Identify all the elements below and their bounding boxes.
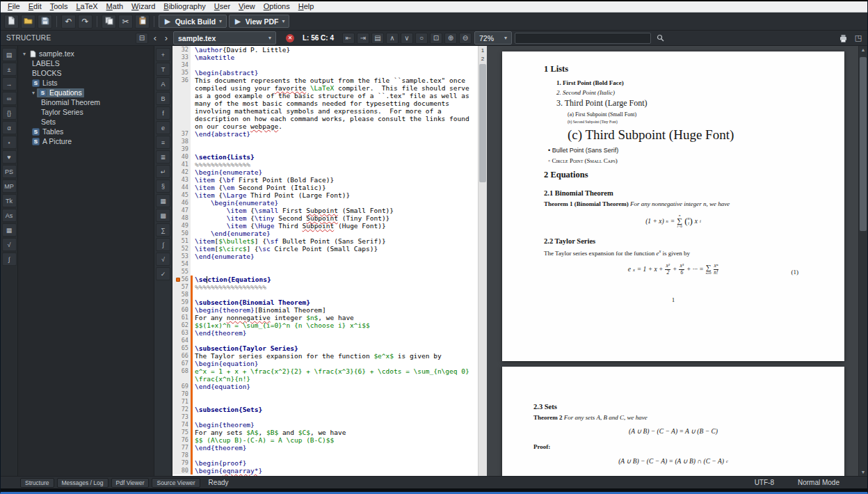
pdf-viewer[interactable]: 1 Lists 1. First Point (Bold Face)2. Sec… xyxy=(487,46,867,476)
integral2-button[interactable]: ∫ xyxy=(156,238,170,251)
line-number[interactable]: 68 xyxy=(172,367,191,375)
editor-line[interactable]: involving mathematical symbols and expre… xyxy=(172,107,478,115)
cut-button[interactable]: ✂ xyxy=(118,15,133,29)
editor-line[interactable]: 42\begin{enumerate} xyxy=(172,168,478,176)
editor-line[interactable]: 32\author{David P. Little} xyxy=(172,46,478,54)
menu-math[interactable]: Math xyxy=(102,1,127,12)
continuous-mode-button[interactable]: ▤ xyxy=(371,33,384,44)
numbered-list-button[interactable]: ≣ xyxy=(156,150,170,164)
line-number[interactable]: 44 xyxy=(172,184,191,191)
editor-line[interactable]: 73 xyxy=(172,413,478,421)
line-number[interactable]: 67 xyxy=(172,360,191,367)
sqrt-button[interactable]: √ xyxy=(156,253,170,266)
editor-line[interactable]: on our course webpage. xyxy=(172,122,478,130)
line-number[interactable]: 64 xyxy=(172,337,191,344)
asymptote-button[interactable]: As xyxy=(2,209,17,222)
menu-edit[interactable]: Edit xyxy=(24,1,46,12)
menu-options[interactable]: Options xyxy=(259,1,294,12)
line-number[interactable]: 41 xyxy=(172,161,191,168)
editor-line[interactable]: 52\item[$\circ$] {\sc Circle Point (Smal… xyxy=(172,245,478,253)
editor-line[interactable]: 38 xyxy=(172,138,478,145)
check-button[interactable]: ✓ xyxy=(156,267,170,280)
line-number[interactable]: 32 xyxy=(172,46,191,54)
text-style-button[interactable]: T xyxy=(156,63,170,76)
emph-button[interactable]: e xyxy=(156,121,170,134)
open-file-button[interactable] xyxy=(21,15,35,29)
tikz-button[interactable]: Tk xyxy=(2,194,17,207)
editor-line[interactable]: 44\item {\em Second Point (Italic)} xyxy=(172,184,478,191)
integral-button[interactable]: ∫ xyxy=(2,253,17,266)
panel-toggle-button[interactable]: ⊟ xyxy=(136,33,148,44)
line-number[interactable]: 78 xyxy=(172,452,191,459)
zoom-out-button[interactable]: ⊖ xyxy=(459,33,472,44)
editor-line[interactable]: 39 xyxy=(172,145,478,153)
undo-button[interactable]: ↶ xyxy=(61,15,76,29)
editor-line[interactable]: 77\end{theorem} xyxy=(172,444,478,452)
menu-tools[interactable]: Tools xyxy=(46,1,72,12)
line-number[interactable]: 53 xyxy=(172,253,191,260)
editor-line[interactable]: as a good example of the basic structure… xyxy=(172,92,478,99)
line-number[interactable]: 60 xyxy=(172,306,191,314)
delimiters-button[interactable]: {} xyxy=(2,106,17,120)
run-quick-build-icon[interactable]: ▶ xyxy=(165,17,170,25)
line-number[interactable] xyxy=(172,122,191,130)
editor-line[interactable]: 59\subsection{Binomial Theorem} xyxy=(172,298,478,306)
menu-view[interactable]: View xyxy=(234,1,259,12)
editor-line[interactable]: 36This document represents the output fr… xyxy=(172,77,478,84)
line-number[interactable]: 45 xyxy=(172,191,191,199)
editor-line[interactable]: 37\end{abstract} xyxy=(172,130,478,138)
structure-view-button[interactable]: ▤ xyxy=(2,48,17,61)
line-number[interactable]: 33 xyxy=(172,54,191,61)
editor-line[interactable]: 68e^x = 1 + x + \frac{x^2}{2} + \frac{x^… xyxy=(172,367,478,375)
newline-button[interactable]: ↵ xyxy=(156,165,170,178)
editor-line[interactable]: 49 \item {\Huge Third Subpoint (Huge Fon… xyxy=(172,222,478,230)
structure-item-binomial-theorem[interactable]: Binomial Theorem xyxy=(18,97,154,107)
quick-build-dropdown[interactable]: ▶ Quick Build ▾ xyxy=(159,15,227,28)
misc-symbols-button[interactable]: ∞ xyxy=(2,92,17,105)
arrow-symbols-button[interactable]: → xyxy=(2,77,17,90)
line-number[interactable]: 75 xyxy=(172,429,191,436)
line-number[interactable]: 71 xyxy=(172,398,191,406)
editor-line[interactable]: 76$$ (A\cup B)-(C-A) = A \cup (B-C)$$ xyxy=(172,436,478,444)
editor-line[interactable]: 34 xyxy=(172,61,478,69)
line-number[interactable]: 47 xyxy=(172,207,191,214)
structure-item-taylor-series[interactable]: Taylor Series xyxy=(18,107,154,117)
editor-scrollbar-thumb[interactable] xyxy=(479,64,486,182)
line-number[interactable]: 65 xyxy=(172,344,191,352)
structure-item-labels[interactable]: LABELS xyxy=(18,58,154,68)
editor-line[interactable]: 70 xyxy=(172,390,478,398)
line-number[interactable]: 66 xyxy=(172,352,191,360)
line-number[interactable] xyxy=(172,107,191,115)
line-number[interactable]: 46 xyxy=(172,199,191,207)
editor-line[interactable]: 66The Taylor series expansion for the fu… xyxy=(172,352,478,360)
editor-line[interactable]: 58 xyxy=(172,291,478,298)
editor-line[interactable]: compiled using your favorite \LaTeX comp… xyxy=(172,84,478,92)
editor-line[interactable]: 74\begin{theorem} xyxy=(172,421,478,429)
copy-button[interactable] xyxy=(102,15,116,29)
editor-line[interactable]: 75For any sets $A$, $B$ and $C$, we have xyxy=(172,429,478,436)
editor-code-area[interactable]: 32\author{David P. Little}33\maketitle34… xyxy=(172,46,478,476)
nav-back-button[interactable]: ‹ xyxy=(151,33,159,43)
menu-file[interactable]: File xyxy=(3,1,24,12)
pdf-search-input[interactable] xyxy=(515,33,651,44)
editor-line[interactable]: 50 \end{enumerate} xyxy=(172,230,478,237)
line-number[interactable]: 49 xyxy=(172,222,191,230)
metapost-button[interactable]: MP xyxy=(2,180,17,193)
pdf-page-2[interactable]: 2.3 Sets Theorem 2 For any sets A, B and… xyxy=(502,367,844,476)
line-number[interactable]: 40 xyxy=(172,153,191,161)
math-root-button[interactable]: √ xyxy=(2,238,17,251)
scroll-up-arrow-icon[interactable]: ▲ xyxy=(859,47,867,52)
line-number[interactable] xyxy=(172,115,191,122)
close-document-button[interactable]: ✕ xyxy=(286,34,294,42)
line-number[interactable]: 35 xyxy=(172,69,191,77)
editor-line[interactable]: 33\maketitle xyxy=(172,54,478,61)
matrix-button[interactable]: ▦ xyxy=(156,194,170,207)
pstricks-button[interactable]: PS xyxy=(2,165,17,178)
line-number[interactable]: 48 xyxy=(172,214,191,222)
nav-forward-button[interactable]: › xyxy=(162,33,170,43)
editor-line[interactable]: 53\end{enumerate} xyxy=(172,253,478,260)
line-number[interactable]: 52 xyxy=(172,245,191,253)
line-number[interactable]: 73 xyxy=(172,413,191,421)
line-number[interactable]: 80 xyxy=(172,467,191,475)
scroll-down-arrow-icon[interactable]: ▼ xyxy=(859,470,867,475)
